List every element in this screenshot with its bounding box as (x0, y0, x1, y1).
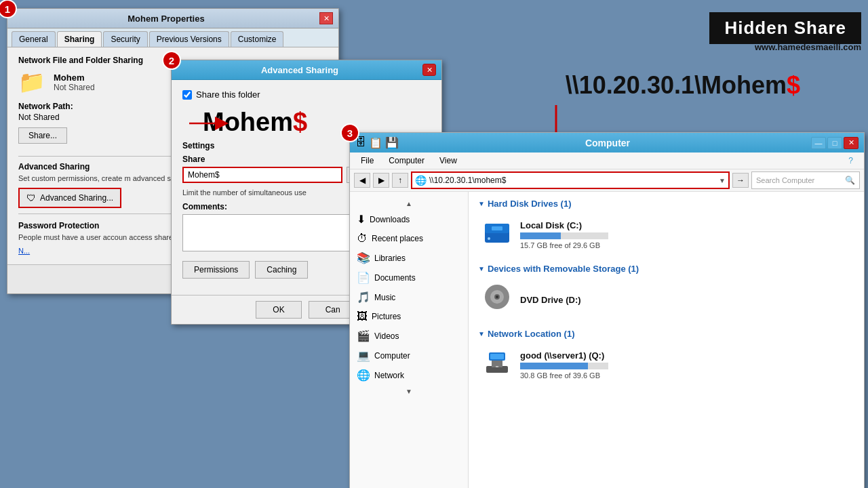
mohem-props-close[interactable]: ✕ (319, 12, 333, 24)
sidebar-item-music[interactable]: 🎵 Music (350, 287, 468, 307)
network-drive-free: 30.8 GB free of 39.6 GB (520, 371, 850, 380)
maximize-button[interactable]: □ (827, 137, 842, 149)
network-section-label: Network Location (1) (488, 329, 575, 339)
adv-sharing-title: Advanced Sharing (177, 65, 422, 75)
libraries-label: Libraries (374, 253, 406, 263)
network-drive-bar-bg (520, 363, 608, 369)
sidebar-item-libraries[interactable]: 📚 Libraries (350, 248, 468, 268)
folder-status: Not Shared (54, 83, 95, 92)
network-title: ▼ Network Location (1) (478, 329, 854, 339)
permissions-button[interactable]: Permissions (182, 261, 250, 279)
sidebar-item-documents[interactable]: 📄 Documents (350, 268, 468, 287)
local-disk-bar-fill (520, 232, 561, 239)
local-disk-free: 15.7 GB free of 29.6 GB (520, 241, 850, 249)
dvd-icon (482, 282, 512, 318)
hdd-section-label: Hard Disk Drives (1) (488, 199, 572, 209)
website-text: www.hamedesmaeili.com (755, 42, 861, 52)
recent-icon: ⏱ (357, 232, 368, 245)
documents-label: Documents (374, 273, 416, 283)
network-icon: 🌐 (357, 369, 370, 382)
search-icon[interactable]: 🔍 (845, 176, 855, 185)
libraries-icon: 📚 (357, 251, 370, 264)
network-drive-name: good (\\server1) (Q:) (520, 350, 850, 361)
close-button[interactable]: ✕ (844, 137, 859, 149)
folder-name: Mohem (54, 73, 95, 83)
pictures-icon: 🖼 (357, 310, 368, 323)
removable-title: ▼ Devices with Removable Storage (1) (478, 264, 854, 274)
sidebar-item-network[interactable]: 🌐 Network (350, 365, 468, 385)
hidden-share-banner: Hidden Share (709, 12, 861, 44)
hard-disk-title: ▼ Hard Disk Drives (1) (478, 199, 854, 209)
documents-icon: 📄 (357, 271, 370, 284)
share-checkbox-row: Share this folder (182, 89, 431, 100)
banner-title: Hidden Share (724, 18, 846, 38)
advanced-sharing-button[interactable]: 🛡 Advanced Sharing... (18, 188, 121, 208)
advanced-sharing-btn-label: Advanced Sharing... (40, 193, 113, 203)
address-dropdown[interactable]: ▼ (719, 177, 726, 184)
hard-disk-section: ▼ Hard Disk Drives (1) Local Disk (C:) 1… (478, 199, 854, 256)
up-button[interactable]: ↑ (392, 173, 408, 188)
adv-ok-button[interactable]: OK (256, 301, 301, 319)
mohem-props-title: Mohem Properties (13, 14, 319, 24)
svg-rect-15 (490, 354, 504, 359)
tab-customize[interactable]: Customize (231, 31, 284, 47)
password-protection-link[interactable]: N... (18, 247, 30, 255)
sidebar-scroll-down[interactable]: ▼ (350, 385, 468, 397)
network-drive-info: good (\\server1) (Q:) 30.8 GB free of 39… (520, 350, 850, 380)
caching-button[interactable]: Caching (255, 261, 308, 279)
share-name-arrow (189, 113, 230, 134)
local-disk-item[interactable]: Local Disk (C:) 15.7 GB free of 29.6 GB (478, 214, 854, 256)
dvd-info: DVD Drive (D:) (520, 295, 850, 305)
address-bar: 🌐 \\10.20.30.1\mohem$ ▼ (411, 171, 730, 189)
sidebar-item-computer[interactable]: 💻 Computer (350, 346, 468, 365)
comp-icon3[interactable]: 💾 (385, 136, 399, 149)
go-button[interactable]: → (732, 173, 749, 188)
pictures-label: Pictures (372, 312, 401, 321)
minimize-button[interactable]: — (811, 137, 826, 149)
step1-badge: 1 (0, 0, 17, 18)
sidebar-item-downloads[interactable]: ⬇ Downloads (350, 209, 468, 229)
advanced-sharing-icon: 🛡 (26, 192, 36, 203)
hdd-triangle: ▼ (478, 200, 485, 207)
share-checkbox[interactable] (182, 90, 192, 100)
share-name-input[interactable] (182, 167, 342, 183)
search-bar: Search Computer 🔍 (751, 171, 860, 189)
svg-rect-16 (496, 366, 498, 367)
tab-sharing[interactable]: Sharing (57, 31, 102, 47)
network-triangle: ▼ (478, 330, 485, 338)
computer-menubar: File Computer View ? (350, 152, 864, 169)
menu-computer[interactable]: Computer (382, 154, 431, 167)
computer-label: Computer (374, 351, 410, 361)
tab-security[interactable]: Security (103, 31, 147, 47)
sidebar-scroll-up[interactable]: ▲ (350, 197, 468, 209)
address-icon: 🌐 (415, 175, 427, 186)
removable-section-label: Devices with Removable Storage (1) (488, 264, 639, 274)
forward-button[interactable]: ▶ (373, 173, 389, 188)
removable-storage-section: ▼ Devices with Removable Storage (1) DVD… (478, 264, 854, 321)
back-button[interactable]: ◀ (354, 173, 370, 188)
menu-file[interactable]: File (354, 154, 380, 167)
computer-toolbar: ◀ ▶ ↑ 🌐 \\10.20.30.1\mohem$ ▼ → Search C… (350, 169, 864, 192)
comp-icon2[interactable]: 📋 (369, 136, 382, 149)
dvd-name: DVD Drive (D:) (520, 295, 850, 305)
computer-window: 3 🗄 📋 💾 Computer — □ ✕ File Computer Vie… (349, 132, 865, 488)
share-button[interactable]: Share... (18, 127, 67, 144)
tab-general[interactable]: General (12, 31, 56, 47)
menu-view[interactable]: View (433, 154, 464, 167)
downloads-label: Downloads (370, 215, 410, 224)
tab-previous-versions[interactable]: Previous Versions (149, 31, 229, 47)
removable-triangle: ▼ (478, 265, 485, 272)
dvd-drive-item[interactable]: DVD Drive (D:) (478, 279, 854, 321)
network-drive-icon (482, 347, 512, 383)
computer-title: Computer (404, 138, 811, 148)
sidebar-item-pictures[interactable]: 🖼 Pictures (350, 307, 468, 326)
menu-help[interactable]: ? (842, 154, 860, 167)
computer-sidebar: ▲ ⬇ Downloads ⏱ Recent places 📚 Librarie… (350, 192, 469, 488)
network-drive-item[interactable]: good (\\server1) (Q:) 30.8 GB free of 39… (478, 344, 854, 386)
unc-path-text: \\10.20.30.1\Mohem (566, 71, 787, 99)
adv-sharing-close[interactable]: ✕ (422, 64, 436, 76)
sidebar-item-videos[interactable]: 🎬 Videos (350, 326, 468, 346)
local-disk-icon (482, 217, 512, 253)
search-placeholder: Search Computer (756, 176, 842, 184)
sidebar-item-recent[interactable]: ⏱ Recent places (350, 229, 468, 248)
